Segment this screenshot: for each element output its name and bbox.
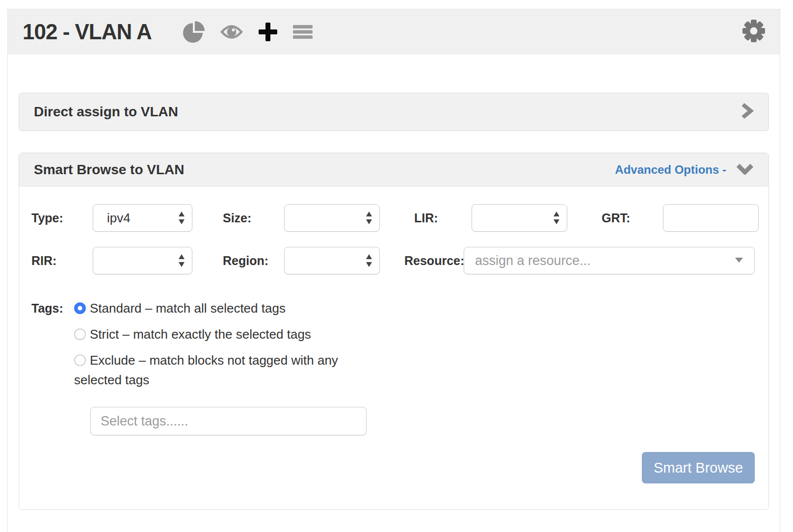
eye-icon[interactable] <box>220 24 243 40</box>
chevron-down-icon[interactable] <box>736 163 754 177</box>
select-stepper-icon <box>178 254 185 267</box>
select-tags-input[interactable] <box>90 407 367 435</box>
radio-label: Strict – match exactly the selected tags <box>90 327 311 342</box>
resource-input[interactable] <box>464 253 735 268</box>
radio-button[interactable] <box>74 354 86 366</box>
tags-option-strict[interactable]: Strict – match exactly the selected tags <box>74 324 345 344</box>
advanced-options: Advanced Options - <box>615 163 754 177</box>
size-select[interactable] <box>284 204 380 232</box>
resource-combobox[interactable] <box>464 247 755 274</box>
tags-match-mode-group: Standard – match all selected tags Stric… <box>74 298 345 396</box>
region-label: Region: <box>223 247 268 274</box>
type-select-value: ipv4 <box>93 211 178 226</box>
plus-icon[interactable] <box>259 23 277 41</box>
rir-label: RIR: <box>31 247 56 274</box>
chevron-right-icon[interactable] <box>741 103 754 121</box>
direct-assign-panel-header[interactable]: Direct assign to VLAN <box>19 93 769 131</box>
smart-browse-panel: Smart Browse to VLAN Advanced Options - … <box>19 153 769 510</box>
type-label: Type: <box>31 204 63 232</box>
grt-label: GRT: <box>602 204 630 232</box>
smart-browse-panel-header: Smart Browse to VLAN Advanced Options - <box>19 153 768 186</box>
radio-label: Exclude – match blocks not tagged with a… <box>74 353 338 387</box>
rir-select[interactable] <box>93 247 192 274</box>
content-area: Direct assign to VLAN Smart Browse to VL… <box>8 93 780 510</box>
caret-down-icon <box>735 256 743 265</box>
smart-browse-button[interactable]: Smart Browse <box>642 452 755 483</box>
grt-input[interactable] <box>663 204 759 232</box>
gear-icon[interactable] <box>741 19 766 45</box>
resource-label: Resource: <box>404 247 464 274</box>
menu-icon[interactable] <box>293 25 313 39</box>
lir-label: LIR: <box>414 204 438 232</box>
direct-assign-title: Direct assign to VLAN <box>34 104 178 120</box>
radio-button[interactable] <box>74 328 86 340</box>
radio-button[interactable] <box>74 302 86 314</box>
select-stepper-icon <box>178 211 185 225</box>
smart-browse-form: Type: ipv4 Size: <box>19 186 768 510</box>
tags-option-exclude[interactable]: Exclude – match blocks not tagged with a… <box>74 350 345 390</box>
radio-label: Standard – match all selected tags <box>90 301 286 316</box>
page: 102 - VLAN A <box>0 0 793 532</box>
page-title: 102 - VLAN A <box>23 20 152 44</box>
advanced-options-link[interactable]: Advanced Options - <box>615 163 726 177</box>
lir-select[interactable] <box>472 204 567 232</box>
pie-chart-icon[interactable] <box>183 21 205 43</box>
tags-option-standard[interactable]: Standard – match all selected tags <box>74 298 345 318</box>
select-stepper-icon <box>553 211 560 225</box>
type-select[interactable]: ipv4 <box>93 204 192 232</box>
size-label: Size: <box>223 204 251 232</box>
select-stepper-icon <box>366 211 372 225</box>
select-stepper-icon <box>366 254 372 267</box>
tags-label: Tags: <box>31 297 63 319</box>
smart-browse-title: Smart Browse to VLAN <box>34 162 185 178</box>
region-select[interactable] <box>284 247 380 274</box>
vlan-header-bar: 102 - VLAN A <box>8 9 780 54</box>
vlan-detail-card: 102 - VLAN A <box>7 9 780 532</box>
header-action-icons <box>183 21 313 43</box>
